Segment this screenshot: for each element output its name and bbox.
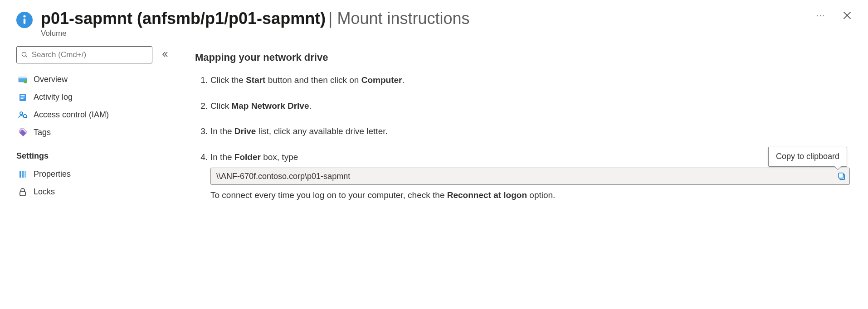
access-control-icon bbox=[18, 111, 27, 120]
properties-icon bbox=[18, 170, 27, 179]
sidebar-item-label: Activity log bbox=[34, 92, 73, 102]
svg-rect-12 bbox=[21, 97, 25, 97]
page-title-bold: p01-sapmnt (anfsmb/p1/p01-sapmnt) bbox=[41, 9, 326, 28]
info-icon bbox=[16, 12, 33, 28]
sidebar-item-label: Tags bbox=[34, 128, 51, 137]
step-4-helper: To connect every time you log on to your… bbox=[210, 189, 850, 202]
svg-line-16 bbox=[26, 117, 27, 118]
copy-icon bbox=[838, 172, 846, 180]
svg-point-5 bbox=[22, 52, 26, 56]
step-1: Click the Start button and then click on… bbox=[210, 74, 850, 87]
svg-point-9 bbox=[24, 80, 27, 83]
sidebar-item-overview[interactable]: Overview bbox=[16, 71, 169, 88]
svg-point-14 bbox=[20, 112, 23, 115]
menu-search-box[interactable] bbox=[16, 46, 152, 63]
tags-icon bbox=[18, 128, 27, 137]
svg-rect-8 bbox=[19, 77, 27, 78]
svg-rect-23 bbox=[839, 173, 843, 178]
svg-line-6 bbox=[26, 56, 27, 57]
close-blade-button[interactable] bbox=[842, 10, 853, 21]
svg-rect-21 bbox=[20, 192, 25, 196]
activity-log-icon bbox=[18, 93, 27, 102]
collapse-menu-button[interactable] bbox=[161, 51, 169, 59]
sidebar-item-locks[interactable]: Locks bbox=[16, 183, 169, 201]
sidebar-item-label: Locks bbox=[34, 187, 55, 197]
step-4: In the Folder box, type Copy to clipboar… bbox=[210, 151, 850, 202]
unc-path-input[interactable] bbox=[211, 172, 834, 181]
title-separator: | bbox=[328, 9, 332, 28]
sidebar-group-settings: Settings bbox=[16, 151, 169, 161]
svg-point-17 bbox=[20, 130, 22, 131]
sidebar-item-access-control[interactable]: Access control (IAM) bbox=[16, 106, 169, 124]
resource-type-label: Volume bbox=[41, 29, 854, 38]
step-3: In the Drive list, click any available d… bbox=[210, 126, 850, 138]
svg-rect-13 bbox=[21, 98, 24, 99]
page-title: p01-sapmnt (anfsmb/p1/p01-sapmnt) | Moun… bbox=[41, 9, 470, 28]
svg-point-2 bbox=[23, 15, 25, 17]
page-title-subtitle: Mount instructions bbox=[337, 9, 469, 28]
overview-icon bbox=[18, 75, 27, 84]
svg-rect-1 bbox=[24, 19, 25, 24]
copy-to-clipboard-button[interactable] bbox=[834, 168, 849, 184]
chevron-double-left-icon bbox=[161, 51, 169, 58]
sidebar: Overview Activity log bbox=[0, 42, 172, 215]
svg-rect-11 bbox=[21, 95, 25, 96]
svg-point-15 bbox=[24, 114, 26, 117]
sidebar-item-label: Overview bbox=[34, 75, 68, 84]
menu-search-input[interactable] bbox=[32, 50, 147, 59]
blade-header: p01-sapmnt (anfsmb/p1/p01-sapmnt) | Moun… bbox=[0, 0, 868, 42]
sidebar-item-label: Access control (IAM) bbox=[34, 110, 109, 120]
step-2: Click Map Network Drive. bbox=[210, 100, 850, 112]
locks-icon bbox=[18, 188, 27, 197]
svg-rect-18 bbox=[20, 171, 21, 178]
unc-path-box bbox=[210, 168, 850, 185]
search-icon bbox=[21, 51, 28, 58]
sidebar-item-activity-log[interactable]: Activity log bbox=[16, 88, 169, 106]
copy-tooltip: Copy to clipboard bbox=[768, 147, 847, 166]
sidebar-item-label: Properties bbox=[34, 169, 71, 179]
main-content: Mapping your network drive Click the Sta… bbox=[172, 42, 868, 215]
more-actions-button[interactable]: ⋯ bbox=[816, 11, 825, 20]
sidebar-item-tags[interactable]: Tags bbox=[16, 124, 169, 141]
svg-rect-19 bbox=[22, 171, 24, 178]
close-icon bbox=[843, 11, 852, 20]
section-title: Mapping your network drive bbox=[195, 52, 850, 63]
svg-rect-20 bbox=[24, 171, 26, 178]
sidebar-item-properties[interactable]: Properties bbox=[16, 165, 169, 183]
